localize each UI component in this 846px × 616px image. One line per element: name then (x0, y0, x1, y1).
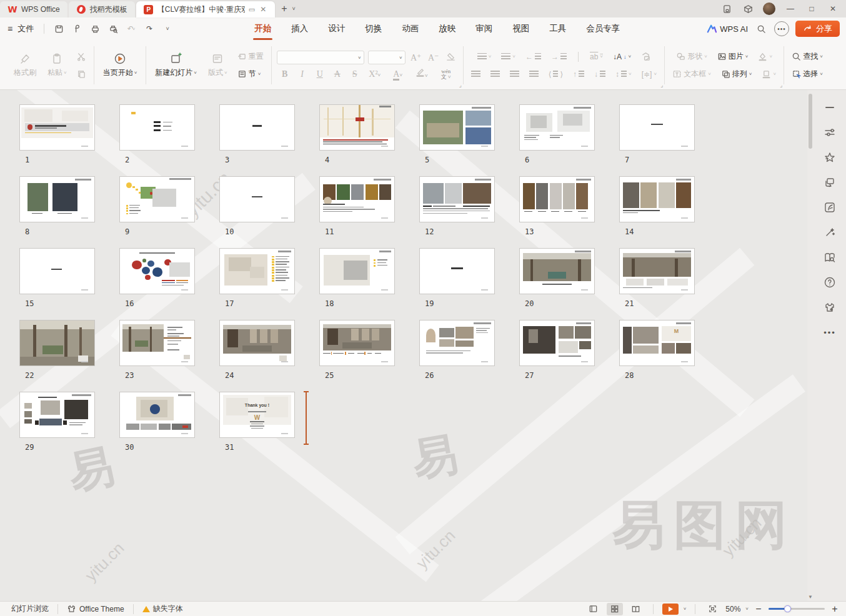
maximize-button[interactable]: □ (802, 1, 821, 16)
select-button[interactable]: 选择˅ (789, 67, 825, 81)
play-from-current-button[interactable]: 当页开始˅ (99, 51, 141, 79)
phonetic-guide-button[interactable]: wén文 ˅ (435, 69, 457, 80)
underline-button[interactable]: U (313, 69, 327, 79)
mobile-sync-icon[interactable] (717, 1, 736, 16)
slide-thumbnail[interactable] (519, 248, 595, 294)
font-size-select[interactable]: ˅ (368, 51, 406, 64)
zoom-slider-thumb[interactable] (784, 605, 791, 612)
3d-cube-icon[interactable] (739, 1, 757, 16)
slide-thumbnail[interactable] (519, 176, 595, 222)
align-center-button[interactable] (488, 67, 502, 81)
align-objects-button[interactable]: [≑]˅ (639, 67, 659, 81)
find-button[interactable]: 查找˅ (789, 50, 825, 64)
slide-thumbnail[interactable] (219, 320, 295, 366)
resource-search-icon[interactable] (822, 251, 837, 264)
file-menu[interactable]: 文件 (16, 23, 37, 34)
numbered-list-button[interactable]: ˅ (499, 50, 518, 64)
line-spacing-button[interactable]: ↕˅ (613, 67, 634, 81)
slide-thumbnail[interactable] (19, 104, 95, 151)
slide-sorter-view-button[interactable] (607, 603, 623, 615)
new-slide-button[interactable]: 新建幻灯片˅ (151, 51, 201, 79)
align-right-button[interactable] (507, 67, 522, 81)
slide-thumbnail[interactable] (119, 176, 195, 222)
more-options-icon[interactable]: ••• (774, 21, 789, 36)
scrollbar-thumb[interactable] (809, 94, 812, 149)
textbox-button[interactable]: 文本框˅ (670, 67, 714, 81)
selection-pane-button[interactable] (639, 50, 653, 64)
move-up-paragraph-button[interactable]: ↑ (570, 67, 587, 81)
slide-thumbnail[interactable]: Thank you !W (219, 392, 295, 438)
search-icon[interactable] (754, 22, 768, 36)
theme-indicator[interactable]: Office Theme (62, 604, 129, 614)
share-button[interactable]: 分享 (795, 21, 840, 37)
sidebar-more-icon[interactable]: ••• (822, 326, 837, 339)
ribbon-tab-5[interactable]: 放映 (429, 17, 465, 40)
justify-button[interactable] (527, 67, 541, 81)
clear-format-button[interactable] (444, 52, 458, 64)
section-button[interactable]: 节˅ (235, 67, 266, 81)
undo-button[interactable]: ↶˅ (123, 21, 139, 36)
slide-thumbnail[interactable] (319, 176, 395, 222)
decrease-indent-button[interactable]: ← (523, 50, 544, 64)
picture-button[interactable]: 图片˅ (715, 50, 751, 64)
collapse-panel-icon[interactable] (822, 101, 837, 114)
increase-indent-button[interactable]: → (549, 50, 569, 64)
slide-thumbnail[interactable] (319, 104, 395, 151)
wps-ai-button[interactable]: WPS AI (707, 24, 748, 34)
slide-thumbnail[interactable] (19, 320, 95, 366)
zoom-in-button[interactable]: + (830, 604, 840, 615)
char-strikethrough-button[interactable]: A (331, 69, 344, 79)
bullet-list-button[interactable]: ˅ (475, 50, 494, 64)
slide-thumbnail[interactable] (519, 320, 595, 366)
save-button[interactable] (51, 21, 67, 36)
zoom-out-button[interactable]: − (754, 604, 764, 615)
hamburger-menu-icon[interactable]: ≡ (6, 24, 14, 34)
highlight-color-button[interactable]: ˅ (412, 68, 432, 80)
zoom-slider[interactable] (769, 608, 825, 610)
copy-button[interactable] (74, 67, 89, 81)
slide-thumbnail[interactable]: M (619, 320, 695, 366)
cut-button[interactable] (74, 50, 89, 64)
play-options-chevron-icon[interactable]: ˅ (684, 607, 687, 611)
scrollbar-down-arrow[interactable]: ▼ (807, 594, 814, 600)
slide-thumbnail[interactable] (19, 248, 95, 294)
ribbon-tab-9[interactable]: 会员专享 (576, 17, 630, 40)
format-painter-button[interactable]: 格式刷 (10, 51, 40, 79)
qat-more-chevron-icon[interactable]: ˅ (159, 21, 176, 36)
slide-thumbnail[interactable] (519, 104, 595, 151)
redo-button[interactable]: ↷ (141, 21, 157, 36)
paste-button[interactable]: 粘贴˅ (44, 51, 71, 79)
ribbon-tab-1[interactable]: 插入 (281, 17, 318, 40)
slide-thumbnail[interactable] (119, 248, 195, 294)
vertical-scrollbar[interactable]: ▼ (807, 90, 814, 601)
distribute-text-button[interactable]: ⟨⟩ (546, 67, 565, 81)
font-family-select[interactable]: ˅ (277, 51, 364, 64)
slide-thumbnail[interactable] (419, 320, 495, 366)
ribbon-tab-8[interactable]: 工具 (539, 17, 576, 40)
slide-sorter-canvas[interactable]: 易 yitu.cn 易 易图网 yitu.cn yitu.cn yitu.cn … (0, 90, 807, 601)
slide-thumbnail[interactable] (119, 320, 195, 366)
decrease-font-button[interactable]: A⁻ (427, 52, 440, 63)
minimize-button[interactable]: — (781, 1, 800, 16)
slide-thumbnail[interactable] (619, 104, 695, 151)
skin-theme-icon[interactable] (822, 301, 837, 314)
slide-thumbnail[interactable] (619, 176, 695, 222)
font-color-button[interactable]: A˅ (388, 69, 408, 79)
arrange-button[interactable]: 排列˅ (719, 67, 755, 81)
tab-list-chevron-icon[interactable]: ˅ (292, 6, 296, 12)
ribbon-tab-2[interactable]: 设计 (318, 17, 355, 40)
ribbon-tab-6[interactable]: 审阅 (465, 17, 502, 40)
text-direction-button[interactable]: ab˅ (587, 50, 605, 64)
ribbon-tab-3[interactable]: 切换 (355, 17, 392, 40)
help-icon[interactable] (822, 276, 837, 289)
move-down-paragraph-button[interactable]: ↓ (592, 67, 608, 81)
print-preview-button[interactable] (105, 21, 121, 36)
slide-thumbnail[interactable] (419, 176, 495, 222)
reset-slide-button[interactable]: 重置 (235, 50, 266, 64)
close-tab-icon[interactable]: ✕ (259, 5, 267, 14)
shapes-button[interactable]: 形状˅ (674, 50, 710, 64)
ribbon-tab-7[interactable]: 视图 (502, 17, 539, 40)
slide-thumbnail[interactable] (19, 392, 95, 438)
slide-thumbnail[interactable] (319, 248, 395, 294)
slide-thumbnail[interactable] (219, 176, 295, 222)
